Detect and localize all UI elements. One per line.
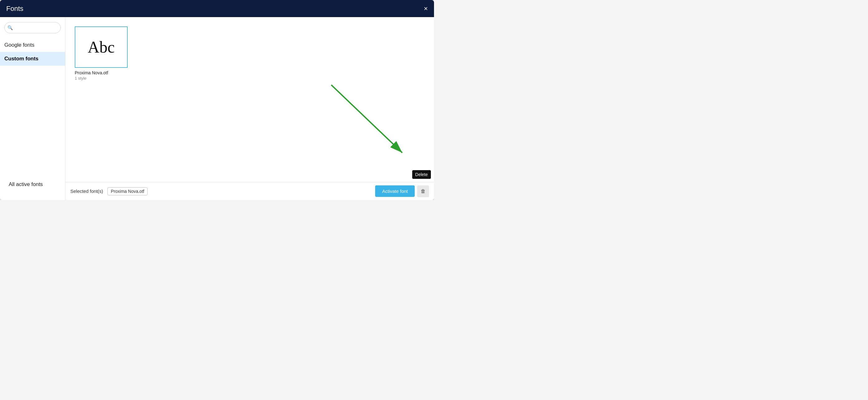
main-content: 🔍 Google fonts Custom fonts All active f…: [0, 17, 434, 200]
footer-right: Activate font 🗑: [375, 186, 429, 197]
delete-tooltip: Delete: [412, 170, 431, 179]
title-bar: Fonts ×: [0, 0, 434, 17]
selected-font-tag: Proxima Nova.otf: [107, 187, 148, 195]
trash-icon: 🗑: [421, 189, 426, 194]
selected-fonts-label: Selected font(s): [70, 189, 103, 194]
font-styles: 1 style: [75, 76, 87, 80]
sidebar-bottom: All active fonts: [0, 174, 65, 195]
delete-font-button[interactable]: 🗑: [417, 186, 429, 197]
sidebar-item-google-fonts[interactable]: Google fonts: [0, 38, 65, 52]
search-input[interactable]: [4, 22, 61, 33]
font-name: Proxima Nova.otf: [75, 70, 108, 75]
search-area: 🔍: [0, 22, 65, 38]
font-grid: Abc Proxima Nova.otf 1 style: [65, 17, 434, 182]
sidebar: 🔍 Google fonts Custom fonts All active f…: [0, 17, 65, 200]
activate-font-button[interactable]: Activate font: [375, 186, 415, 197]
footer-bar: Selected font(s) Proxima Nova.otf Activa…: [65, 182, 434, 200]
sidebar-nav: Google fonts Custom fonts: [0, 38, 65, 174]
font-card[interactable]: Abc Proxima Nova.otf 1 style: [75, 27, 128, 80]
content-area: Abc Proxima Nova.otf 1 style Delete: [65, 17, 434, 200]
window-title: Fonts: [6, 5, 23, 13]
close-button[interactable]: ×: [424, 5, 428, 12]
font-preview-text: Abc: [88, 38, 115, 56]
sidebar-item-all-active-fonts[interactable]: All active fonts: [4, 177, 61, 191]
footer-left: Selected font(s) Proxima Nova.otf: [70, 187, 148, 195]
sidebar-item-custom-fonts[interactable]: Custom fonts: [0, 52, 65, 66]
font-preview-box: Abc: [75, 27, 128, 68]
app-window: Fonts × 🔍 Google fonts Custom fonts: [0, 0, 434, 200]
